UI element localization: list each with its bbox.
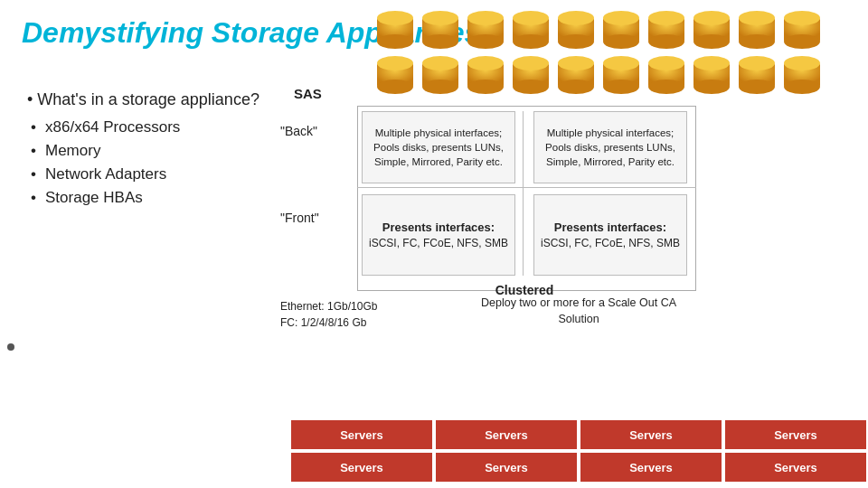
svg-point-1 <box>377 11 413 25</box>
svg-point-41 <box>513 80 549 94</box>
sas-label: SAS <box>294 86 322 101</box>
front-box-2: Presents interfaces: iSCSI, FC, FCoE, NF… <box>533 194 687 276</box>
svg-point-23 <box>693 34 730 49</box>
svg-point-5 <box>422 34 458 49</box>
svg-point-38 <box>467 80 504 94</box>
server-cell-2-1: Servers <box>290 452 433 483</box>
bullet-item-2: Memory <box>27 142 271 160</box>
svg-point-40 <box>513 56 549 70</box>
svg-point-44 <box>558 80 594 94</box>
svg-point-10 <box>513 11 549 25</box>
svg-point-16 <box>603 11 639 25</box>
svg-point-59 <box>784 80 820 94</box>
svg-point-55 <box>739 56 775 70</box>
eth-line1: Ethernet: 1Gb/10Gb <box>280 298 377 314</box>
svg-point-37 <box>467 56 504 70</box>
svg-point-31 <box>377 56 413 70</box>
server-row-1: Servers Servers Servers Servers <box>0 418 868 451</box>
svg-point-13 <box>558 11 594 25</box>
horizontal-divider <box>357 187 696 188</box>
back-box-1: Multiple physical interfaces; Pools disk… <box>362 111 515 183</box>
presents-label-2: Presents interfaces: <box>554 220 666 236</box>
bullet-main: • What's in a storage appliance? <box>27 90 271 109</box>
svg-point-28 <box>784 11 820 25</box>
svg-point-49 <box>648 56 684 70</box>
deploy-label: Deploy two or more for a Scale Out CA So… <box>461 296 696 327</box>
server-cell-2-3: Servers <box>580 452 722 483</box>
presents-label-1: Presents interfaces: <box>382 220 495 236</box>
svg-point-2 <box>377 34 413 49</box>
svg-point-34 <box>422 56 458 70</box>
server-cell-1-3: Servers <box>580 419 722 450</box>
back-box-2: Multiple physical interfaces; Pools disk… <box>533 111 687 183</box>
vertical-divider <box>523 111 524 276</box>
svg-point-20 <box>648 34 684 49</box>
bullet-item-4: Storage HBAs <box>27 189 271 207</box>
cylinders-svg: // cylinders drawn below via inline <box>371 5 859 104</box>
svg-point-29 <box>784 34 820 49</box>
protocols-label-1: iSCSI, FC, FCoE, NFS, SMB <box>369 236 508 251</box>
svg-point-8 <box>467 34 504 49</box>
svg-point-58 <box>784 56 820 70</box>
svg-point-50 <box>648 80 684 94</box>
svg-point-19 <box>648 11 684 25</box>
front-box-1: Presents interfaces: iSCSI, FC, FCoE, NF… <box>362 194 515 276</box>
svg-point-46 <box>603 56 639 70</box>
server-rows: Servers Servers Servers Servers Servers … <box>0 418 868 483</box>
bullet-item-1: x86/x64 Processors <box>27 118 271 136</box>
svg-point-7 <box>467 11 504 25</box>
svg-point-17 <box>603 34 639 49</box>
svg-point-22 <box>693 11 730 25</box>
back-label: "Back" <box>280 124 317 138</box>
eth-label: Ethernet: 1Gb/10Gb FC: 1/2/4/8/16 Gb <box>280 298 377 331</box>
svg-point-52 <box>693 56 730 70</box>
server-cell-2-4: Servers <box>724 452 867 483</box>
front-label: "Front" <box>280 211 319 225</box>
eth-line2: FC: 1/2/4/8/16 Gb <box>280 314 377 331</box>
svg-point-53 <box>693 80 730 94</box>
svg-point-4 <box>422 11 458 25</box>
svg-point-25 <box>739 11 775 25</box>
server-cell-1-4: Servers <box>724 419 867 450</box>
protocols-label-2: iSCSI, FC, FCoE, NFS, SMB <box>541 236 680 251</box>
server-cell-1-2: Servers <box>435 419 578 450</box>
diagram-area: SAS "Back" Multiple physical interfaces;… <box>280 86 850 393</box>
svg-point-43 <box>558 56 594 70</box>
svg-point-32 <box>377 80 413 94</box>
bullet-item-3: Network Adapters <box>27 165 271 183</box>
left-dot <box>7 343 14 351</box>
bullet-list: x86/x64 Processors Memory Network Adapte… <box>27 118 271 207</box>
svg-point-14 <box>558 34 594 49</box>
bullet-section: • What's in a storage appliance? x86/x64… <box>27 90 271 212</box>
svg-point-35 <box>422 80 458 94</box>
svg-point-26 <box>739 34 775 49</box>
svg-point-56 <box>739 80 775 94</box>
server-cell-2-2: Servers <box>435 452 578 483</box>
server-row-2: Servers Servers Servers Servers <box>0 451 868 483</box>
svg-point-47 <box>603 80 639 94</box>
svg-point-11 <box>513 34 549 49</box>
server-cell-1-1: Servers <box>290 419 433 450</box>
